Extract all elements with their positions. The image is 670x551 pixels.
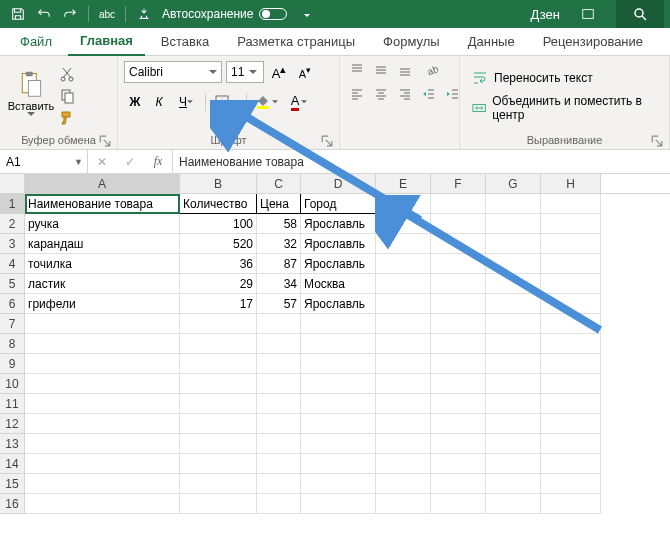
cell[interactable] (486, 374, 541, 394)
cell[interactable] (486, 254, 541, 274)
cell[interactable] (431, 434, 486, 454)
cell[interactable] (541, 334, 601, 354)
row-header[interactable]: 1 (0, 194, 25, 214)
cell[interactable] (486, 414, 541, 434)
row-header[interactable]: 16 (0, 494, 25, 514)
cell[interactable] (301, 334, 376, 354)
cell[interactable] (431, 274, 486, 294)
spell-check-icon[interactable]: abc (95, 2, 119, 26)
paste-button[interactable]: Вставить (6, 60, 56, 126)
cell[interactable] (486, 214, 541, 234)
cell[interactable] (486, 314, 541, 334)
col-header-H[interactable]: H (541, 174, 601, 193)
cell[interactable] (25, 314, 180, 334)
cell[interactable] (25, 414, 180, 434)
cell[interactable] (25, 494, 180, 514)
decrease-indent-icon[interactable] (418, 84, 440, 104)
tab-file[interactable]: Файл (8, 28, 64, 56)
cell[interactable] (431, 294, 486, 314)
cell[interactable] (25, 474, 180, 494)
align-right-icon[interactable] (394, 84, 416, 104)
row-header[interactable]: 6 (0, 294, 25, 314)
cell[interactable] (431, 234, 486, 254)
cell[interactable] (486, 274, 541, 294)
cell[interactable] (541, 294, 601, 314)
cell[interactable] (431, 494, 486, 514)
cut-icon[interactable] (56, 64, 78, 84)
cell[interactable] (180, 334, 257, 354)
cell[interactable] (25, 374, 180, 394)
tab-formulas[interactable]: Формулы (371, 28, 452, 56)
cell[interactable] (180, 494, 257, 514)
cell[interactable] (257, 374, 301, 394)
account-icon[interactable] (568, 0, 608, 28)
cell[interactable] (180, 454, 257, 474)
cell[interactable] (541, 274, 601, 294)
cell[interactable] (486, 494, 541, 514)
cell[interactable] (376, 494, 431, 514)
cell[interactable] (376, 414, 431, 434)
cell[interactable] (376, 374, 431, 394)
search-button[interactable] (616, 0, 664, 28)
cell[interactable] (486, 294, 541, 314)
touch-mode-icon[interactable] (132, 2, 156, 26)
row-header[interactable]: 11 (0, 394, 25, 414)
row-header[interactable]: 13 (0, 434, 25, 454)
cell[interactable]: Цена (257, 194, 301, 214)
cell[interactable] (301, 314, 376, 334)
cell[interactable] (541, 254, 601, 274)
cell[interactable]: 100 (180, 214, 257, 234)
col-header-E[interactable]: E (376, 174, 431, 193)
cell[interactable] (25, 434, 180, 454)
save-icon[interactable] (6, 2, 30, 26)
select-all-corner[interactable] (0, 174, 25, 193)
cell[interactable] (376, 314, 431, 334)
cell[interactable] (431, 454, 486, 474)
cell[interactable] (25, 394, 180, 414)
cell[interactable] (486, 234, 541, 254)
cell[interactable]: 36 (180, 254, 257, 274)
cell[interactable] (257, 494, 301, 514)
cell[interactable] (431, 374, 486, 394)
cell[interactable] (431, 474, 486, 494)
cell[interactable] (431, 254, 486, 274)
cell[interactable] (257, 354, 301, 374)
cells-area[interactable]: Наименование товараКоличествоЦенаГородру… (25, 194, 601, 514)
cell[interactable]: Количество (180, 194, 257, 214)
copy-icon[interactable] (56, 86, 78, 106)
align-top-icon[interactable] (346, 60, 368, 80)
grow-font-icon[interactable]: A▴ (268, 62, 290, 82)
format-painter-icon[interactable] (56, 108, 78, 128)
cell[interactable]: 57 (257, 294, 301, 314)
cancel-formula-icon[interactable]: ✕ (88, 155, 116, 169)
cell[interactable] (180, 434, 257, 454)
align-left-icon[interactable] (346, 84, 368, 104)
cell[interactable] (257, 414, 301, 434)
enter-formula-icon[interactable]: ✓ (116, 155, 144, 169)
row-header[interactable]: 14 (0, 454, 25, 474)
row-header[interactable]: 5 (0, 274, 25, 294)
cell[interactable] (541, 414, 601, 434)
shrink-font-icon[interactable]: A▾ (294, 62, 316, 82)
tab-insert[interactable]: Вставка (149, 28, 221, 56)
cell[interactable] (541, 354, 601, 374)
cell[interactable] (376, 474, 431, 494)
cell[interactable] (486, 334, 541, 354)
cell[interactable] (301, 394, 376, 414)
cell[interactable] (180, 474, 257, 494)
align-bottom-icon[interactable] (394, 60, 416, 80)
cell[interactable]: Ярославль (301, 234, 376, 254)
dialog-launcher-icon[interactable] (321, 135, 333, 147)
cell[interactable] (257, 394, 301, 414)
cell[interactable] (301, 354, 376, 374)
cell[interactable] (541, 374, 601, 394)
cell[interactable] (431, 214, 486, 234)
col-header-A[interactable]: A (25, 174, 180, 193)
name-box[interactable]: A1▼ (0, 150, 88, 173)
autosave-switch[interactable] (259, 8, 287, 20)
row-header[interactable]: 3 (0, 234, 25, 254)
col-header-C[interactable]: C (257, 174, 301, 193)
row-header[interactable]: 9 (0, 354, 25, 374)
cell[interactable]: карандаш (25, 234, 180, 254)
col-header-G[interactable]: G (486, 174, 541, 193)
